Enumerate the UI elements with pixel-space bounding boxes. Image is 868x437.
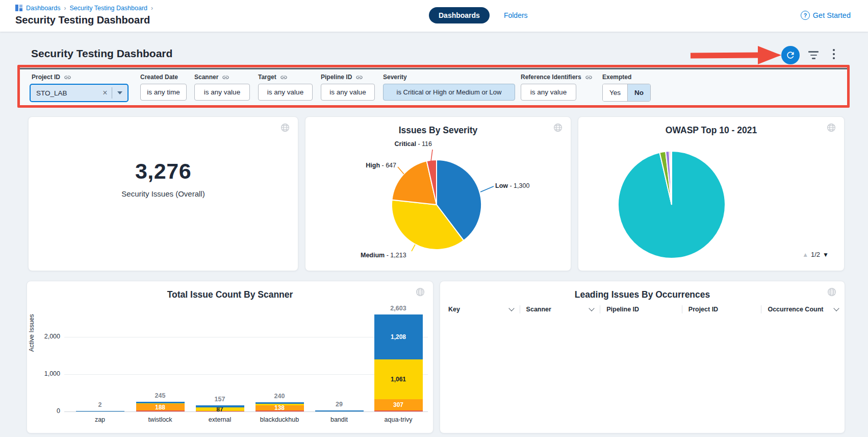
bar-segment-zap-low[interactable] — [76, 411, 124, 411]
pipeline-id-label: Pipeline ID — [321, 74, 352, 81]
link-icon — [585, 74, 593, 81]
dashboard-filters-button[interactable] — [808, 51, 819, 61]
gridline — [64, 374, 428, 375]
callout-value: - 1,213 — [385, 252, 406, 259]
clear-icon[interactable]: × — [98, 88, 112, 98]
column-label: Pipeline ID — [606, 306, 639, 313]
bar-segment-aqua-trivy-critical[interactable] — [374, 410, 423, 411]
scanner-value-button[interactable]: is any value — [194, 84, 250, 101]
tab-dashboards[interactable]: Dashboards — [429, 7, 490, 23]
breadcrumb-separator: › — [64, 5, 66, 12]
breadcrumb: Dashboards › Security Testing Dashboard … — [15, 5, 153, 12]
link-icon — [222, 74, 229, 81]
filter-project-id: Project ID STO_LAB × — [30, 69, 129, 102]
tab-folders[interactable]: Folders — [504, 11, 528, 19]
page-indicator: 1/2 — [811, 251, 820, 258]
dashboard-title: Security Testing Dashboard — [31, 47, 172, 60]
callout-name: Critical — [395, 140, 416, 148]
filter-reference-identifiers: Reference Identifiers is any value — [521, 69, 593, 101]
column-label: Scanner — [526, 306, 551, 313]
leader-line-low — [480, 186, 494, 192]
callout-value: - 647 — [380, 162, 396, 169]
breadcrumb-dashboards-link[interactable]: Dashboards — [26, 5, 60, 12]
created-date-value-button[interactable]: is any time — [140, 84, 187, 101]
y-tick-label: 0 — [33, 407, 60, 415]
page-down-button[interactable]: ▼ — [823, 251, 829, 258]
card-issues-by-severity: Issues By Severity Critical - 116 High -… — [305, 116, 571, 271]
project-id-label: Project ID — [32, 74, 60, 81]
top-tabs: Dashboards Folders — [429, 7, 528, 23]
owasp-pagination: ▲ 1/2 ▼ — [802, 251, 829, 258]
filter-created-date: Created Date is any time — [140, 69, 187, 101]
x-axis-label-blackduckhub: blackduckhub — [249, 416, 310, 423]
bar-total-label-zap: 2 — [76, 401, 124, 408]
bar-total-label-aqua-trivy: 2,603 — [374, 305, 423, 312]
leader-line-high — [398, 167, 404, 174]
bar-segment-blackduckhub-low[interactable] — [256, 402, 304, 404]
column-header-key[interactable]: Key — [440, 305, 520, 313]
callout-value: - 116 — [416, 140, 432, 148]
filter-exempted: Exempted Yes No — [602, 69, 651, 102]
sort-chevron-down-icon[interactable] — [589, 305, 595, 311]
chevron-down-icon — [117, 91, 122, 94]
column-header-project-id[interactable]: Project ID — [682, 305, 761, 313]
filter-scanner: Scanner is any value — [194, 69, 250, 101]
bar-segment-twistlock-critical[interactable] — [136, 410, 185, 411]
target-value-button[interactable]: is any value — [258, 84, 313, 101]
pie-callout-high: High - 647 — [336, 162, 396, 169]
card-owasp-top-10: OWASP Top 10 - 2021 ▲ 1/2 ▼ — [578, 116, 845, 271]
refresh-button[interactable] — [781, 46, 800, 64]
leader-line-medium — [412, 245, 415, 251]
exempted-yes-button[interactable]: Yes — [603, 84, 627, 101]
get-started-label: Get Started — [813, 11, 851, 19]
column-label: Key — [448, 306, 460, 313]
link-icon — [280, 74, 288, 81]
breadcrumb-dashboard-link[interactable]: Security Testing Dashboard — [69, 5, 147, 12]
column-header-pipeline-id[interactable]: Pipeline ID — [600, 305, 682, 313]
link-icon — [64, 74, 71, 81]
bar-segment-twistlock-medium[interactable] — [136, 403, 185, 404]
bar-total-label-twistlock: 245 — [136, 392, 185, 399]
bar-segment-external-low[interactable] — [196, 405, 244, 408]
help-icon: ? — [801, 11, 810, 20]
column-header-scanner[interactable]: Scanner — [520, 305, 600, 313]
column-header-occurrence-count[interactable]: Occurrence Count — [761, 305, 845, 313]
bar-total-label-blackduckhub: 240 — [256, 393, 304, 400]
occurrences-table-body-empty — [440, 317, 845, 433]
bar-segment-value-label: 307 — [374, 401, 423, 408]
scanner-label: Scanner — [194, 74, 218, 81]
x-axis-line — [64, 411, 428, 412]
project-id-input[interactable]: STO_LAB × — [30, 84, 129, 102]
sort-chevron-down-icon[interactable] — [508, 305, 514, 311]
bar-segment-value-label: 188 — [136, 404, 185, 411]
target-label: Target — [258, 74, 276, 81]
top-bar: Dashboards › Security Testing Dashboard … — [0, 0, 868, 32]
dropdown-button[interactable] — [112, 91, 127, 94]
callout-name: Low — [495, 182, 508, 189]
severity-value-button[interactable]: is Critical or High or Medium or Low — [383, 84, 515, 101]
security-testing-dashboard-page: Dashboards › Security Testing Dashboard … — [0, 0, 868, 437]
annotation-arrow — [688, 44, 784, 66]
created-date-label: Created Date — [140, 74, 178, 81]
sort-chevron-down-icon[interactable] — [833, 305, 839, 311]
y-tick-label: 1,000 — [33, 370, 60, 377]
page-up-button[interactable]: ▲ — [802, 251, 808, 258]
overall-issues-label: Security Issues (Overall) — [29, 189, 298, 198]
window-page-title: Security Testing Dashboard — [15, 14, 150, 26]
y-tick-label: 2,000 — [33, 333, 60, 340]
reference-identifiers-value-button[interactable]: is any value — [521, 84, 576, 101]
bar-segment-bandit-low[interactable] — [315, 410, 364, 411]
refresh-icon — [785, 50, 796, 60]
bar-segment-blackduckhub-medium[interactable] — [256, 404, 304, 405]
get-started-link[interactable]: ? Get Started — [801, 11, 851, 20]
more-options-button[interactable] — [832, 49, 835, 61]
bar-segment-value-label: 138 — [256, 404, 304, 411]
reference-identifiers-label: Reference Identifiers — [521, 74, 581, 81]
owasp-pie-chart — [578, 117, 845, 272]
exempted-no-button[interactable]: No — [627, 84, 650, 101]
pipeline-id-value-button[interactable]: is any value — [321, 84, 375, 101]
filter-target: Target is any value — [258, 69, 313, 101]
scanner-chart-title: Total Issue Count By Scanner — [27, 289, 433, 300]
bar-segment-twistlock-low[interactable] — [136, 402, 185, 403]
bar-segment-value-label: 1,208 — [374, 333, 423, 341]
